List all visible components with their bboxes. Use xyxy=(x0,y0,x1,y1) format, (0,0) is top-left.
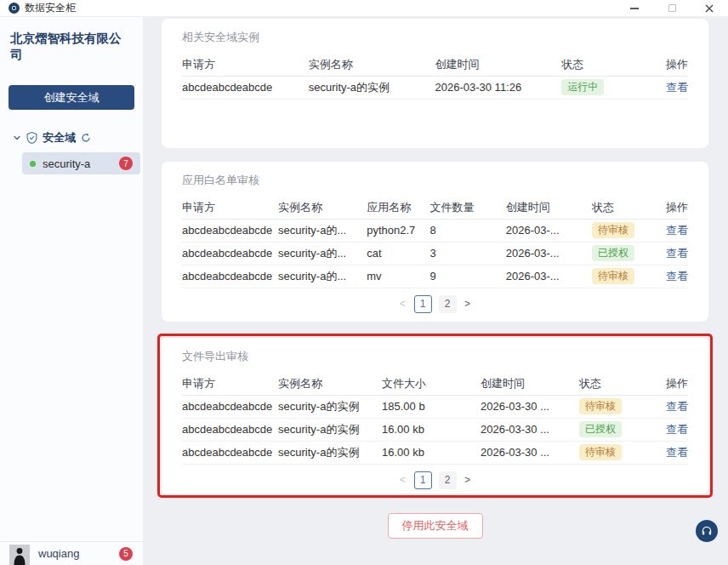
section-title: 相关安全域实例 xyxy=(162,19,708,45)
column-header: 操作 xyxy=(650,197,688,219)
column-header: 实例名称 xyxy=(278,373,382,395)
section-card-1: 相关安全域实例申请方实例名称创建时间状态操作abcdeabcdeabcdesec… xyxy=(162,19,708,148)
table-row: abcdeabcdeabcdesecurity-a的实例185.00 b2026… xyxy=(182,395,688,418)
table-row: abcdeabcdeabcdesecurity-a的...python2.782… xyxy=(182,219,688,242)
status-cell: 待审核 xyxy=(592,265,650,288)
sidebar-item-security-domain[interactable]: 安全域 xyxy=(0,130,143,146)
sidebar: 北京熠智科技有限公司 创建安全域 安全域 security-a 7 wuqian… xyxy=(0,17,143,565)
pagination-next[interactable]: > xyxy=(464,474,472,486)
section-title: 应用白名单审核 xyxy=(162,162,708,188)
cell: abcdeabcdeabcde xyxy=(182,418,278,441)
pagination-page-1[interactable]: 1 xyxy=(414,295,432,313)
cell: 9 xyxy=(430,265,506,288)
cell: security-a的... xyxy=(278,242,367,265)
section-table: 申请方实例名称应用名称文件数量创建时间状态操作abcdeabcdeabcdese… xyxy=(182,197,688,288)
cell: abcdeabcdeabcde xyxy=(182,76,309,99)
cell: cat xyxy=(367,242,429,265)
user-name: wuqiang xyxy=(38,547,79,560)
highlight-annotation: 文件导出审核申请方实例名称文件大小创建时间状态操作abcdeabcdeabcde… xyxy=(157,334,713,498)
cell: security-a的实例 xyxy=(278,395,382,418)
pagination-page-2[interactable]: 2 xyxy=(439,295,457,313)
cell: abcdeabcdeabcde xyxy=(182,219,278,242)
cell: 2026-03-... xyxy=(506,265,592,288)
status-badge: 待审核 xyxy=(592,222,634,238)
disable-domain-button[interactable]: 停用此安全域 xyxy=(388,513,483,539)
column-header: 文件大小 xyxy=(382,373,481,395)
cell: 2026-03-... xyxy=(506,242,592,265)
section-card-3: 文件导出审核申请方实例名称文件大小创建时间状态操作abcdeabcdeabcde… xyxy=(162,338,708,494)
sidebar-item-security-a[interactable]: security-a 7 xyxy=(22,152,140,174)
status-cell: 已授权 xyxy=(592,242,650,265)
status-badge: 已授权 xyxy=(592,245,634,261)
cell: security-a的... xyxy=(278,219,367,242)
column-header: 创建时间 xyxy=(481,373,579,395)
tree-item-name: security-a xyxy=(43,157,90,170)
cell: 3 xyxy=(430,242,506,265)
section-table: 申请方实例名称文件大小创建时间状态操作abcdeabcdeabcdesecuri… xyxy=(182,373,688,465)
avatar[interactable] xyxy=(9,545,31,565)
cell: mv xyxy=(367,265,429,288)
headset-icon xyxy=(701,525,713,537)
status-dot-icon xyxy=(30,161,36,167)
status-cell: 待审核 xyxy=(592,219,650,242)
main-area: 相关安全域实例申请方实例名称创建时间状态操作abcdeabcdeabcdesec… xyxy=(143,17,728,565)
support-fab-button[interactable] xyxy=(696,520,718,542)
view-link[interactable]: 查看 xyxy=(666,446,688,459)
action-cell: 查看 xyxy=(650,219,688,242)
pagination-prev[interactable]: < xyxy=(399,474,407,486)
pagination: <12> xyxy=(162,471,708,489)
view-link[interactable]: 查看 xyxy=(666,400,688,413)
status-badge: 待审核 xyxy=(579,444,622,460)
status-badge: 运行中 xyxy=(561,79,604,95)
maximize-button[interactable] xyxy=(653,0,691,16)
cell: security-a的实例 xyxy=(278,441,382,464)
chevron-down-icon[interactable] xyxy=(13,134,21,142)
view-link[interactable]: 查看 xyxy=(666,423,688,436)
cell: 2026-03-30 ... xyxy=(481,418,579,441)
column-header: 创建时间 xyxy=(435,54,562,76)
action-cell: 查看 xyxy=(650,242,688,265)
pagination-next[interactable]: > xyxy=(464,298,472,310)
view-link[interactable]: 查看 xyxy=(666,247,688,260)
view-link[interactable]: 查看 xyxy=(666,270,688,282)
shield-check-icon xyxy=(26,132,37,144)
cell: abcdeabcdeabcde xyxy=(182,265,278,288)
app-logo-icon xyxy=(9,3,20,14)
action-cell: 查看 xyxy=(635,76,688,99)
status-cell: 运行中 xyxy=(561,76,634,99)
create-domain-button[interactable]: 创建安全域 xyxy=(9,85,134,110)
table-row: abcdeabcdeabcdesecurity-a的实例16.00 kb2026… xyxy=(182,441,688,464)
user-notification-badge: 5 xyxy=(119,547,133,561)
table-row: abcdeabcdeabcdesecurity-a的...cat32026-03… xyxy=(182,242,688,265)
status-badge: 待审核 xyxy=(579,398,622,414)
maximize-icon xyxy=(668,4,676,12)
column-header: 状态 xyxy=(561,54,634,76)
pagination-page-1[interactable]: 1 xyxy=(414,471,432,489)
cell: security-a的... xyxy=(278,265,367,288)
user-silhouette-icon xyxy=(9,545,31,565)
pagination-page-2[interactable]: 2 xyxy=(439,471,457,489)
header-row: 申请方实例名称文件大小创建时间状态操作 xyxy=(182,373,688,395)
column-header: 实例名称 xyxy=(309,54,435,76)
content-column: 相关安全域实例申请方实例名称创建时间状态操作abcdeabcdeabcdesec… xyxy=(162,19,708,539)
view-link[interactable]: 查看 xyxy=(666,81,688,94)
refresh-icon[interactable] xyxy=(81,133,91,143)
footer-row: 停用此安全域 xyxy=(162,513,708,539)
status-cell: 待审核 xyxy=(579,395,650,418)
cell: 2026-03-30 ... xyxy=(481,395,579,418)
close-button[interactable] xyxy=(691,0,728,16)
cell: 185.00 b xyxy=(382,395,481,418)
status-badge: 已授权 xyxy=(579,421,622,437)
view-link[interactable]: 查看 xyxy=(666,224,688,237)
pagination-prev[interactable]: < xyxy=(399,298,407,310)
minimize-button[interactable] xyxy=(616,0,653,16)
user-bar: wuqiang 5 xyxy=(0,541,143,565)
section-title: 文件导出审核 xyxy=(162,338,708,364)
cell: security-a的实例 xyxy=(278,418,382,441)
column-header: 文件数量 xyxy=(430,197,506,219)
cell: 16.00 kb xyxy=(382,441,481,464)
cell: 2026-03-30 ... xyxy=(481,441,579,464)
table-row: abcdeabcdeabcdesecurity-a的实例2026-03-30 1… xyxy=(182,76,688,99)
cell: abcdeabcdeabcde xyxy=(182,441,278,464)
section-card-2: 应用白名单审核申请方实例名称应用名称文件数量创建时间状态操作abcdeabcde… xyxy=(162,162,708,322)
